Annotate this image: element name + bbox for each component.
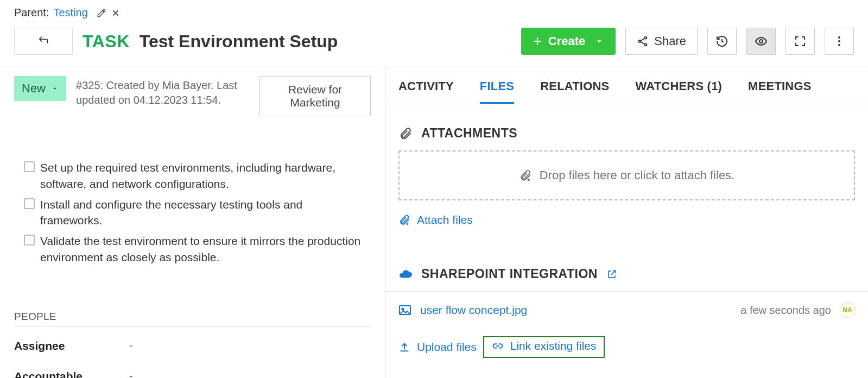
file-time: a few seconds ago (740, 304, 831, 317)
status-dropdown[interactable]: New (14, 76, 66, 101)
share-button-label: Share (654, 34, 686, 48)
fullscreen-button[interactable] (785, 28, 815, 55)
checkbox[interactable] (24, 198, 35, 209)
create-button-label: Create (548, 34, 585, 48)
checkbox[interactable] (24, 161, 35, 172)
svg-point-0 (645, 37, 647, 39)
custom-action-button[interactable]: Review for Marketing (259, 76, 371, 116)
field-value: - (129, 339, 133, 352)
attachments-section: ATTACHMENTS Drop files here or click to … (385, 104, 868, 200)
sharepoint-title: SHAREPOINT INTEGRATION (421, 267, 598, 281)
back-button[interactable] (14, 28, 73, 55)
open-storage-icon[interactable] (606, 269, 617, 280)
link-existing-files-link[interactable]: Link existing files (492, 339, 597, 352)
svg-point-6 (838, 44, 840, 46)
people-section: PEOPLE Assignee - Accountable - (14, 270, 371, 378)
field-label: Accountable (14, 370, 129, 378)
svg-point-1 (639, 40, 641, 42)
description-checklist: Set up the required test environments, i… (14, 116, 371, 266)
parent-label: Parent: (14, 7, 49, 19)
watch-button[interactable] (746, 28, 776, 55)
parent-link[interactable]: Testing (53, 7, 87, 19)
status-label: New (22, 81, 46, 96)
upload-files-link[interactable]: Upload files (398, 341, 477, 354)
activity-history-button[interactable] (707, 28, 737, 55)
field-label: Assignee (14, 339, 129, 352)
svg-point-3 (759, 40, 763, 43)
cloud-icon (398, 267, 413, 281)
checklist-item: Validate the test environment to ensure … (24, 233, 361, 266)
people-section-title: PEOPLE (14, 311, 371, 326)
dropzone-text: Drop files here or click to attach files… (540, 168, 734, 182)
sharepoint-section: SHAREPOINT INTEGRATION (385, 229, 868, 281)
checkbox[interactable] (24, 235, 35, 245)
checklist-item: Install and configure the necessary test… (24, 197, 361, 229)
tab-watchers[interactable]: WATCHERS (1) (635, 79, 722, 104)
work-package-type: TASK (83, 32, 130, 52)
attach-files-label: Attach files (417, 213, 473, 226)
tab-activity[interactable]: ACTIVITY (398, 79, 454, 104)
share-button[interactable]: Share (625, 28, 698, 55)
more-menu-button[interactable] (825, 28, 854, 55)
header: TASK Test Environment Setup Create Share (0, 24, 868, 67)
checklist-text: Set up the required test environments, i… (40, 160, 361, 192)
right-pane: ACTIVITY FILES RELATIONS WATCHERS (1) ME… (385, 67, 868, 378)
svg-point-4 (838, 36, 840, 39)
checklist-text: Install and configure the necessary test… (40, 197, 361, 229)
tab-relations[interactable]: RELATIONS (540, 79, 609, 104)
tab-files[interactable]: FILES (480, 79, 514, 104)
image-file-icon (398, 305, 411, 316)
parent-breadcrumb: Parent: Testing (0, 0, 868, 24)
svg-point-8 (402, 308, 403, 310)
attachment-dropzone[interactable]: Drop files here or click to attach files… (398, 150, 855, 200)
assignee-field[interactable]: Assignee - (14, 339, 371, 352)
work-package-title[interactable]: Test Environment Setup (140, 32, 338, 52)
accountable-field[interactable]: Accountable - (14, 370, 371, 378)
avatar: NA (840, 303, 855, 318)
status-row: New #325: Created by Mia Bayer. Last upd… (14, 76, 371, 116)
file-row: user flow concept.jpg a few seconds ago … (385, 291, 868, 326)
upload-files-label: Upload files (417, 341, 477, 354)
svg-point-2 (645, 43, 647, 46)
tab-meetings[interactable]: MEETINGS (748, 79, 812, 104)
main-content: New #325: Created by Mia Bayer. Last upd… (0, 67, 868, 378)
attach-files-link[interactable]: Attach files (398, 213, 473, 226)
left-pane: New #325: Created by Mia Bayer. Last upd… (0, 67, 385, 378)
create-button[interactable]: Create (521, 28, 616, 55)
attachments-title: ATTACHMENTS (421, 126, 517, 141)
checklist-text: Validate the test environment to ensure … (40, 233, 361, 266)
link-existing-label: Link existing files (510, 339, 597, 352)
close-parent-icon[interactable] (111, 8, 121, 18)
edit-parent-icon[interactable] (97, 8, 106, 18)
paperclip-icon (398, 127, 413, 141)
field-value: - (129, 370, 133, 378)
sharepoint-actions: Upload files Link existing files (385, 326, 868, 358)
tabs: ACTIVITY FILES RELATIONS WATCHERS (1) ME… (385, 67, 868, 104)
meta-info: #325: Created by Mia Bayer. Last updated… (76, 76, 250, 108)
title-line: TASK Test Environment Setup (83, 32, 338, 52)
checklist-item: Set up the required test environments, i… (24, 160, 361, 192)
svg-point-5 (838, 40, 840, 42)
file-name[interactable]: user flow concept.jpg (420, 304, 527, 317)
